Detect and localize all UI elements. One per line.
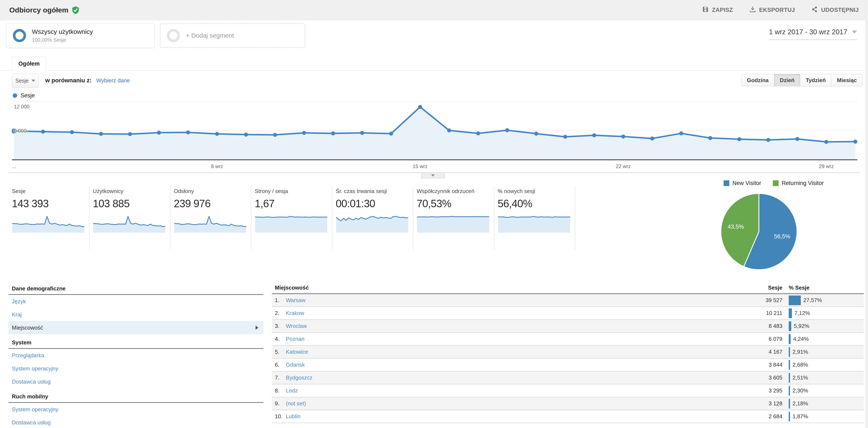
share-button[interactable]: UDOSTĘPNIJ (811, 6, 859, 14)
download-icon (749, 6, 756, 14)
table-row[interactable]: 5.Katowice4 1672,91% (272, 346, 864, 359)
pct-value: 1,87% (793, 413, 808, 420)
scrollbar[interactable] (865, 0, 868, 428)
nav-section-title: Dane demograficzne (8, 282, 264, 295)
metric-card-4[interactable]: Strony / sesja1,67 (251, 186, 332, 249)
city-link[interactable]: Katowice (286, 349, 308, 355)
granularity-dzień[interactable]: Dzień (774, 74, 800, 86)
table-row[interactable]: 10.Lublin2 6841,87% (272, 410, 864, 423)
sidebar-item-kraj[interactable]: Kraj (8, 308, 264, 321)
city-link[interactable]: Lodz (286, 388, 298, 394)
page-title: Odbiorcy ogółem (9, 6, 68, 14)
city-link[interactable]: Lublin (286, 413, 300, 420)
pct-bar (789, 334, 790, 344)
city-link[interactable]: (not set) (286, 400, 306, 407)
table-row[interactable]: 9.(not set)3 1282,18% (272, 397, 864, 410)
metric-card-5[interactable]: Śr. czas trwania sesji00:01:30 (332, 186, 413, 249)
sidebar-item-label: Miejscowość (12, 324, 43, 331)
x-axis: 8 wrz15 wrz22 wrz29 wrz (0, 164, 868, 171)
table-row[interactable]: 4.Poznan6 0794,24% (272, 333, 864, 346)
metric-label: Śr. czas trwania sesji (336, 188, 413, 195)
metric-card-1[interactable]: Sesje143 393 (8, 186, 89, 249)
city-cell: 6.Gdansk (272, 362, 740, 368)
pct-cell: 2,30% (782, 386, 864, 396)
sidebar-item-label: Przeglądarka (12, 352, 44, 359)
sidebar-item-przegladarka[interactable]: Przeglądarka (8, 349, 264, 362)
table-row[interactable]: 6.Gdansk3 8442,68% (272, 359, 864, 371)
table-row[interactable]: 3.Wroclaw8 4835,92% (272, 320, 864, 333)
pct-cell: 4,24% (782, 334, 864, 344)
sidebar-item-mobilny-dostawca-uslug[interactable]: Dostawca usług (8, 416, 264, 428)
table-row[interactable]: 7.Bydgoszcz3 6052,51% (272, 371, 864, 384)
sidebar-item-label: System operacyjny (12, 365, 58, 372)
save-button[interactable]: ZAPISZ (702, 6, 733, 14)
compare-select-link[interactable]: Wybierz dane (96, 77, 130, 84)
sidebar-item-label: Dostawca usług (12, 419, 51, 426)
metric-label: Strony / sesja (255, 188, 332, 195)
column-header-pct-sessions[interactable]: % Sesje (782, 284, 864, 291)
pct-cell: 2,18% (782, 399, 864, 408)
sessions-cell: 6 079 (740, 336, 782, 342)
metric-select-value: Sesje (16, 78, 29, 84)
metric-card-7[interactable]: % nowych sesji56,40% (494, 186, 575, 249)
header-actions: ZAPISZEKSPORTUJUDOSTĘPNIJ (702, 6, 859, 14)
city-link[interactable]: Krakow (286, 310, 304, 316)
sidebar-item-miejscowosc[interactable]: Miejscowość (8, 321, 264, 334)
granularity-miesiąc[interactable]: Miesiąc (831, 74, 863, 86)
metric-value: 103 885 (93, 198, 170, 210)
metric-card-3[interactable]: Odsłony239 976 (170, 186, 251, 249)
pct-value: 2,30% (793, 388, 808, 394)
pct-bar (789, 308, 792, 318)
pct-cell: 5,92% (782, 321, 864, 331)
table-row[interactable]: 8.Lodz3 2952,30% (272, 384, 864, 397)
nav-section: SystemPrzeglądarkaSystem operacyjnyDosta… (8, 336, 264, 388)
tab-ogolem[interactable]: Ogółem (12, 57, 46, 70)
table-row[interactable]: 2.Krakow10 2117,12% (272, 307, 864, 320)
add-segment-button[interactable]: + Dodaj segment (160, 23, 305, 48)
metric-value: 143 393 (12, 198, 89, 210)
row-rank: 8. (275, 388, 286, 394)
date-range-picker[interactable]: 1 wrz 2017 - 30 wrz 2017 (769, 28, 857, 40)
x-axis-tick: 8 wrz (200, 164, 234, 169)
pct-cell: 2,91% (782, 347, 864, 357)
metric-select-dropdown[interactable]: Sesje (12, 74, 39, 88)
column-header-sessions[interactable]: Sesje (740, 284, 782, 291)
x-axis-tick: 29 wrz (809, 164, 843, 169)
chart-legend: Sesje (13, 92, 35, 99)
sessions-cell: 10 211 (740, 310, 782, 316)
sidebar-item-dostawca-uslug[interactable]: Dostawca usług (8, 375, 264, 388)
metric-card-2[interactable]: Użytkownicy103 885 (89, 186, 170, 249)
column-header-city[interactable]: Miejscowość (272, 284, 740, 291)
row-rank: 3. (275, 323, 286, 330)
pct-value: 5,92% (794, 323, 809, 330)
pie-slice-label: 43,5% (727, 224, 744, 230)
table-row[interactable]: 1.Warsaw39 52727,57% (272, 294, 864, 307)
city-link[interactable]: Gdansk (286, 362, 305, 368)
metric-value: 239 976 (174, 198, 251, 210)
pie-legend-label: New Visitor (732, 180, 761, 187)
metric-value: 56,40% (498, 198, 575, 210)
visitor-type-pie-chart[interactable]: 56,5%43,5% (720, 192, 798, 271)
sessions-line-chart[interactable] (12, 99, 858, 161)
city-link[interactable]: Bydgoszcz (286, 374, 312, 381)
row-rank: 4. (275, 336, 286, 342)
shield-check-icon (72, 6, 79, 14)
sidebar-item-jezyk[interactable]: Język (8, 295, 264, 308)
metric-card-6[interactable]: Współczynnik odrzuceń70,53% (413, 186, 494, 249)
segment-all-users[interactable]: Wszyscy użytkownicy 100,00% Sesje (6, 23, 154, 48)
pct-value: 2,51% (793, 374, 808, 381)
annotations-expander[interactable] (421, 173, 445, 178)
granularity-tydzień[interactable]: Tydzień (800, 74, 831, 86)
export-button[interactable]: EKSPORTUJ (749, 6, 795, 14)
city-table: MiejscowośćSesje% Sesje1.Warsaw39 52727,… (272, 282, 864, 423)
city-link[interactable]: Warsaw (286, 297, 306, 304)
city-cell: 1.Warsaw (272, 297, 740, 304)
city-link[interactable]: Wroclaw (286, 323, 307, 330)
save-label: ZAPISZ (712, 7, 733, 13)
granularity-godzina[interactable]: Godzina (741, 74, 774, 86)
sidebar-item-mobilny-system-operacyjny[interactable]: System operacyjny (8, 403, 264, 416)
city-link[interactable]: Poznan (286, 336, 304, 342)
pct-value: 7,12% (795, 310, 810, 316)
export-label: EKSPORTUJ (759, 7, 795, 13)
sidebar-item-system-operacyjny[interactable]: System operacyjny (8, 362, 264, 375)
